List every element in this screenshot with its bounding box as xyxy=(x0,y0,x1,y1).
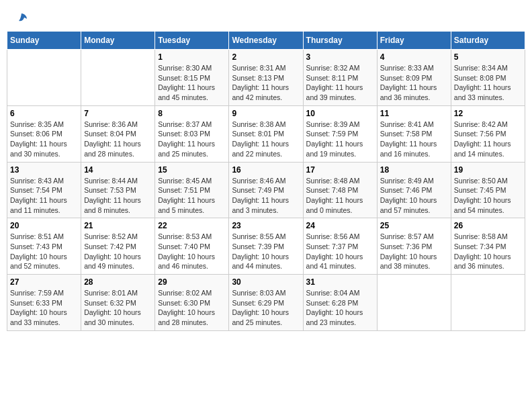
day-number: 9 xyxy=(232,109,300,118)
day-cell: 7Sunrise: 8:36 AM Sunset: 8:04 PM Daylig… xyxy=(81,105,155,162)
day-number: 7 xyxy=(84,109,152,118)
day-cell: 13Sunrise: 8:43 AM Sunset: 7:54 PM Dayli… xyxy=(7,162,81,218)
day-info: Sunrise: 8:48 AM Sunset: 7:48 PM Dayligh… xyxy=(306,176,374,216)
day-info: Sunrise: 8:56 AM Sunset: 7:37 PM Dayligh… xyxy=(306,232,374,271)
day-cell: 30Sunrise: 8:03 AM Sunset: 6:29 PM Dayli… xyxy=(229,275,303,331)
day-number: 23 xyxy=(232,221,300,230)
day-info: Sunrise: 8:41 AM Sunset: 7:58 PM Dayligh… xyxy=(380,120,448,159)
day-cell: 12Sunrise: 8:42 AM Sunset: 7:56 PM Dayli… xyxy=(451,105,525,162)
header-day-wednesday: Wednesday xyxy=(229,32,303,50)
day-cell: 4Sunrise: 8:33 AM Sunset: 8:09 PM Daylig… xyxy=(377,50,451,106)
day-cell: 15Sunrise: 8:45 AM Sunset: 7:51 PM Dayli… xyxy=(155,162,229,218)
day-number: 8 xyxy=(158,109,226,118)
day-cell: 29Sunrise: 8:02 AM Sunset: 6:30 PM Dayli… xyxy=(155,275,229,331)
day-info: Sunrise: 8:34 AM Sunset: 8:08 PM Dayligh… xyxy=(454,63,522,103)
day-cell: 8Sunrise: 8:37 AM Sunset: 8:03 PM Daylig… xyxy=(155,105,229,162)
day-cell: 27Sunrise: 7:59 AM Sunset: 6:33 PM Dayli… xyxy=(7,275,81,331)
day-cell: 24Sunrise: 8:56 AM Sunset: 7:37 PM Dayli… xyxy=(303,218,377,275)
day-info: Sunrise: 8:33 AM Sunset: 8:09 PM Dayligh… xyxy=(380,63,448,103)
day-info: Sunrise: 8:46 AM Sunset: 7:49 PM Dayligh… xyxy=(232,176,300,216)
day-cell: 19Sunrise: 8:50 AM Sunset: 7:45 PM Dayli… xyxy=(451,162,525,218)
day-info: Sunrise: 8:36 AM Sunset: 8:04 PM Dayligh… xyxy=(84,120,152,159)
day-info: Sunrise: 8:57 AM Sunset: 7:36 PM Dayligh… xyxy=(380,232,448,271)
day-info: Sunrise: 8:58 AM Sunset: 7:34 PM Dayligh… xyxy=(454,232,522,271)
day-cell: 11Sunrise: 8:41 AM Sunset: 7:58 PM Dayli… xyxy=(377,105,451,162)
day-info: Sunrise: 8:55 AM Sunset: 7:39 PM Dayligh… xyxy=(232,232,300,271)
day-info: Sunrise: 8:02 AM Sunset: 6:30 PM Dayligh… xyxy=(158,288,226,328)
day-number: 18 xyxy=(380,165,448,175)
day-info: Sunrise: 8:38 AM Sunset: 8:01 PM Dayligh… xyxy=(232,120,300,159)
day-cell: 20Sunrise: 8:51 AM Sunset: 7:43 PM Dayli… xyxy=(7,218,81,275)
day-info: Sunrise: 7:59 AM Sunset: 6:33 PM Dayligh… xyxy=(10,288,78,328)
day-info: Sunrise: 8:31 AM Sunset: 8:13 PM Dayligh… xyxy=(232,63,300,103)
day-number: 24 xyxy=(306,221,374,230)
day-number: 6 xyxy=(10,109,78,118)
day-number: 10 xyxy=(306,109,374,118)
page-header xyxy=(7,7,525,31)
day-number: 12 xyxy=(454,109,522,118)
day-cell: 31Sunrise: 8:04 AM Sunset: 6:28 PM Dayli… xyxy=(303,275,377,331)
day-number: 30 xyxy=(232,277,300,287)
day-cell: 9Sunrise: 8:38 AM Sunset: 8:01 PM Daylig… xyxy=(229,105,303,162)
day-info: Sunrise: 8:43 AM Sunset: 7:54 PM Dayligh… xyxy=(10,176,78,216)
day-cell: 22Sunrise: 8:53 AM Sunset: 7:40 PM Dayli… xyxy=(155,218,229,275)
week-row-2: 6Sunrise: 8:35 AM Sunset: 8:06 PM Daylig… xyxy=(7,105,525,162)
day-number: 25 xyxy=(380,221,448,230)
day-cell: 23Sunrise: 8:55 AM Sunset: 7:39 PM Dayli… xyxy=(229,218,303,275)
day-number: 1 xyxy=(158,52,226,62)
day-number: 5 xyxy=(454,52,522,62)
day-cell xyxy=(7,50,81,106)
day-number: 16 xyxy=(232,165,300,175)
calendar-table: SundayMondayTuesdayWednesdayThursdayFrid… xyxy=(7,31,525,331)
day-number: 28 xyxy=(84,277,152,287)
day-number: 17 xyxy=(306,165,374,175)
day-info: Sunrise: 8:30 AM Sunset: 8:15 PM Dayligh… xyxy=(158,63,226,103)
day-info: Sunrise: 8:37 AM Sunset: 8:03 PM Dayligh… xyxy=(158,120,226,159)
day-number: 20 xyxy=(10,221,78,230)
day-cell: 5Sunrise: 8:34 AM Sunset: 8:08 PM Daylig… xyxy=(451,50,525,106)
day-info: Sunrise: 8:49 AM Sunset: 7:46 PM Dayligh… xyxy=(380,176,448,216)
day-number: 2 xyxy=(232,52,300,62)
day-number: 15 xyxy=(158,165,226,175)
day-info: Sunrise: 8:01 AM Sunset: 6:32 PM Dayligh… xyxy=(84,288,152,328)
day-info: Sunrise: 8:39 AM Sunset: 7:59 PM Dayligh… xyxy=(306,120,374,159)
day-info: Sunrise: 8:44 AM Sunset: 7:53 PM Dayligh… xyxy=(84,176,152,216)
week-row-5: 27Sunrise: 7:59 AM Sunset: 6:33 PM Dayli… xyxy=(7,275,525,331)
day-cell: 16Sunrise: 8:46 AM Sunset: 7:49 PM Dayli… xyxy=(229,162,303,218)
calendar-header-row: SundayMondayTuesdayWednesdayThursdayFrid… xyxy=(7,32,525,50)
logo xyxy=(13,12,28,26)
header-day-tuesday: Tuesday xyxy=(155,32,229,50)
week-row-4: 20Sunrise: 8:51 AM Sunset: 7:43 PM Dayli… xyxy=(7,218,525,275)
header-day-sunday: Sunday xyxy=(7,32,81,50)
day-cell: 18Sunrise: 8:49 AM Sunset: 7:46 PM Dayli… xyxy=(377,162,451,218)
day-cell: 21Sunrise: 8:52 AM Sunset: 7:42 PM Dayli… xyxy=(81,218,155,275)
day-info: Sunrise: 8:51 AM Sunset: 7:43 PM Dayligh… xyxy=(10,232,78,271)
day-info: Sunrise: 8:03 AM Sunset: 6:29 PM Dayligh… xyxy=(232,288,300,328)
day-info: Sunrise: 8:04 AM Sunset: 6:28 PM Dayligh… xyxy=(306,288,374,328)
logo-general xyxy=(13,12,28,26)
day-number: 11 xyxy=(380,109,448,118)
day-cell xyxy=(377,275,451,331)
day-cell: 10Sunrise: 8:39 AM Sunset: 7:59 PM Dayli… xyxy=(303,105,377,162)
logo-text xyxy=(13,12,28,26)
day-cell: 6Sunrise: 8:35 AM Sunset: 8:06 PM Daylig… xyxy=(7,105,81,162)
day-number: 21 xyxy=(84,221,152,230)
day-number: 27 xyxy=(10,277,78,287)
day-info: Sunrise: 8:53 AM Sunset: 7:40 PM Dayligh… xyxy=(158,232,226,271)
day-number: 31 xyxy=(306,277,374,287)
day-number: 19 xyxy=(454,165,522,175)
day-cell: 2Sunrise: 8:31 AM Sunset: 8:13 PM Daylig… xyxy=(229,50,303,106)
header-day-thursday: Thursday xyxy=(303,32,377,50)
day-number: 26 xyxy=(454,221,522,230)
header-day-saturday: Saturday xyxy=(451,32,525,50)
day-number: 4 xyxy=(380,52,448,62)
day-cell: 28Sunrise: 8:01 AM Sunset: 6:32 PM Dayli… xyxy=(81,275,155,331)
day-number: 22 xyxy=(158,221,226,230)
day-number: 13 xyxy=(10,165,78,175)
day-info: Sunrise: 8:52 AM Sunset: 7:42 PM Dayligh… xyxy=(84,232,152,271)
day-cell: 17Sunrise: 8:48 AM Sunset: 7:48 PM Dayli… xyxy=(303,162,377,218)
header-day-monday: Monday xyxy=(81,32,155,50)
day-cell xyxy=(451,275,525,331)
day-number: 3 xyxy=(306,52,374,62)
day-cell: 26Sunrise: 8:58 AM Sunset: 7:34 PM Dayli… xyxy=(451,218,525,275)
